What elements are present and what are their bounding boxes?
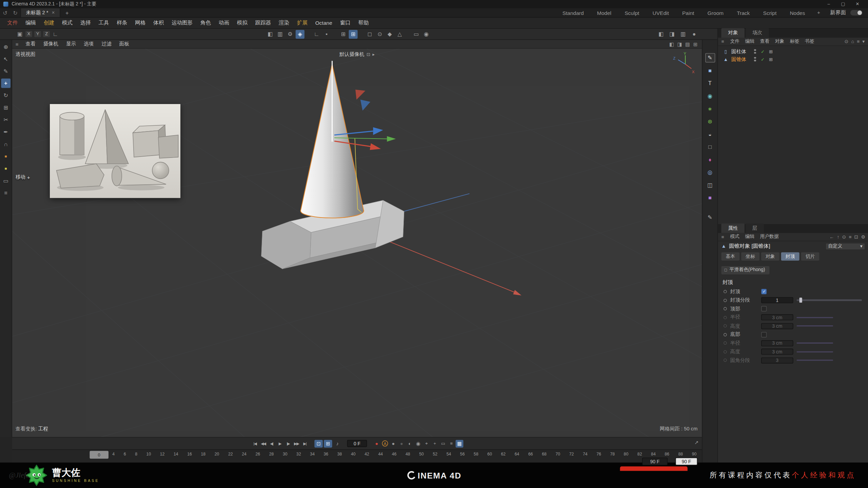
menu-item[interactable]: 角色 — [197, 19, 215, 26]
key-selection-icon[interactable]: ▦ — [456, 440, 463, 447]
spline-pen-icon[interactable]: ✎ — [705, 53, 715, 63]
lock-icon[interactable]: ◉ — [422, 29, 431, 38]
sound-icon[interactable]: ♪ — [333, 440, 341, 447]
om-menu-item[interactable]: 文件 — [727, 38, 742, 45]
om-menu-item[interactable]: 对象 — [772, 38, 787, 45]
coordinate-system-icon[interactable]: ∟ — [51, 29, 60, 38]
workspace-tab[interactable]: Track — [730, 10, 756, 16]
visibility-dots[interactable] — [754, 49, 756, 54]
swatch-orange-icon[interactable]: ■ — [1, 151, 11, 161]
zoom-tool-icon[interactable]: ⊕ — [1, 42, 11, 52]
menu-item[interactable]: 跟踪器 — [251, 19, 275, 26]
move-tool-icon[interactable]: + — [1, 79, 11, 88]
menu-item[interactable]: 体积 — [150, 19, 168, 26]
workspace-tab[interactable]: Sculpt — [618, 10, 646, 16]
eraser-tool-icon[interactable]: ▭ — [1, 176, 11, 185]
playhead[interactable]: 0 — [90, 451, 108, 459]
key-pla-icon[interactable]: + — [431, 439, 439, 447]
modeling-axis-icon[interactable]: ◻ — [366, 29, 374, 38]
om-menu-item[interactable]: 查看 — [757, 38, 772, 45]
anim-dot-icon[interactable] — [724, 290, 727, 293]
object-tag-icon[interactable]: ⊞ — [769, 49, 773, 54]
transport-button[interactable]: ◀| — [268, 441, 276, 446]
viewport-menu-item[interactable]: 显示 — [62, 40, 80, 47]
workspace-tab[interactable]: Paint — [675, 10, 701, 16]
enabled-check-icon[interactable]: ✓ — [761, 49, 765, 54]
select-frame-icon[interactable]: ▣ — [16, 29, 24, 38]
volume-icon[interactable]: □ — [705, 142, 715, 152]
menu-item[interactable]: Octane — [311, 20, 336, 26]
character-icon[interactable]: ♦ — [705, 155, 715, 164]
attr-search-icon[interactable]: ⊙ — [842, 234, 846, 240]
object-name[interactable]: 圆锥体 — [731, 56, 746, 63]
mograph-icon[interactable]: ∗ — [705, 104, 715, 114]
vp-layout2-icon[interactable]: ◨ — [677, 41, 682, 47]
material-icon[interactable]: ■ — [705, 193, 715, 203]
phong-shading-button[interactable]: ◻ 平滑着色(Phong) — [721, 266, 769, 274]
preset-dropdown[interactable]: 自定义 ▾ — [825, 243, 865, 250]
attr-burger-icon[interactable]: ≡ — [718, 234, 728, 240]
selection-tool-icon[interactable]: ↖ — [1, 54, 11, 64]
range-start-field[interactable]: 90 F — [642, 458, 668, 465]
object-name[interactable]: 圆柱体 — [731, 48, 746, 55]
top-checkbox[interactable] — [761, 306, 767, 311]
cap-segments-slider[interactable] — [796, 300, 862, 301]
primitive-cube-icon[interactable]: ■ — [705, 66, 715, 75]
quantize-icon[interactable]: ⊞ — [349, 29, 358, 38]
transport-button[interactable]: ▶| — [301, 441, 309, 446]
menu-item[interactable]: 样条 — [113, 19, 131, 26]
display-icon[interactable]: ◫ — [705, 180, 715, 190]
text-tool-icon[interactable]: T — [705, 79, 715, 88]
render-picture-viewer-icon[interactable]: ▥ — [276, 29, 284, 38]
anim-dot-icon[interactable] — [724, 307, 727, 311]
workspace-tab[interactable]: UVEdit — [646, 10, 675, 16]
axis-center-icon[interactable]: ⊙ — [375, 29, 384, 38]
cap-segments-field[interactable]: 1 — [761, 297, 793, 303]
layers-tool-icon[interactable]: ≡ — [1, 188, 11, 198]
range-end-field[interactable]: 90 F — [675, 458, 697, 465]
section-tab[interactable]: 对象 — [761, 252, 780, 260]
axis-x-button[interactable]: X — [25, 30, 33, 38]
vp-layout1-icon[interactable]: ◧ — [669, 41, 674, 47]
om-home-icon[interactable]: ⌂ — [851, 39, 854, 44]
magnet-icon[interactable]: ◆ — [385, 29, 394, 38]
layout-rows-icon[interactable]: ▥ — [679, 29, 688, 38]
camera-icon[interactable]: ⊡ — [367, 52, 370, 57]
om-sort-icon[interactable]: ≡ — [857, 39, 860, 44]
om-burger-icon[interactable]: ≡ — [718, 39, 728, 44]
magnet-tool-icon[interactable]: ∩ — [1, 139, 11, 149]
camera-caret-icon[interactable]: ▸ — [373, 52, 375, 57]
rotate-tool-icon[interactable]: ↻ — [1, 91, 11, 100]
om-filter-icon[interactable]: ▾ — [862, 39, 865, 44]
perspective-viewport[interactable]: 透视视图 默认摄像机 ⊡ ▸ 移动 + Y Z X 查看变换: 工程 网格间距 … — [12, 49, 702, 437]
tab-attributes[interactable]: 属性 — [721, 224, 745, 233]
key-rotation-icon[interactable]: ◉ — [414, 439, 422, 447]
key-scale-icon[interactable]: ◐ — [406, 439, 414, 447]
view-label[interactable]: 透视视图 — [16, 51, 36, 58]
layout-left-icon[interactable]: ◧ — [656, 29, 665, 38]
section-tab[interactable]: 坐标 — [741, 252, 760, 260]
menu-item[interactable]: 渲染 — [275, 19, 293, 26]
viewport-menu-item[interactable]: 面板 — [115, 40, 133, 47]
section-tab[interactable]: 基本 — [721, 252, 739, 260]
section-tab[interactable]: 切片 — [801, 252, 819, 260]
transport-button[interactable]: ▶▶ — [292, 441, 300, 446]
attr-mode-item[interactable]: 模式 — [727, 233, 742, 240]
tab-takes[interactable]: 场次 — [746, 28, 769, 38]
interactive-render-icon[interactable]: ◈ — [296, 29, 304, 38]
attr-back-icon[interactable]: ← — [829, 234, 834, 240]
close-tab-icon[interactable]: ✕ — [52, 11, 55, 15]
attr-mode-item[interactable]: 编辑 — [742, 233, 757, 240]
simulation-scene-icon[interactable]: ▭ — [412, 29, 421, 38]
annotate-pencil-icon[interactable]: ✎ — [705, 212, 715, 222]
om-search-icon[interactable]: ⊙ — [845, 39, 849, 44]
document-tab[interactable]: 未标题 2 * ✕ — [20, 8, 60, 17]
workplane-icon[interactable]: ▪ — [322, 29, 331, 38]
object-row-cylinder[interactable]: ▯ 圆柱体 ✓ ⊞ — [718, 47, 868, 55]
viewport-menu-item[interactable]: 过滤 — [98, 40, 115, 47]
visibility-dots[interactable] — [754, 57, 756, 62]
redo-icon[interactable]: ↻ — [10, 10, 20, 16]
vp-grid-icon[interactable]: ⊞ — [693, 41, 697, 47]
asset-browser-icon[interactable]: ● — [690, 29, 698, 38]
menu-item[interactable]: 动画 — [215, 19, 233, 26]
